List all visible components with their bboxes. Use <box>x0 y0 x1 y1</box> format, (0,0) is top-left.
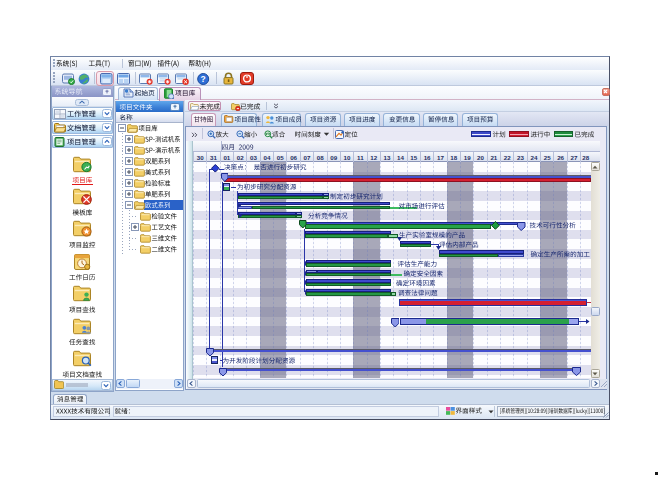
svg-text:?: ? <box>201 74 206 84</box>
